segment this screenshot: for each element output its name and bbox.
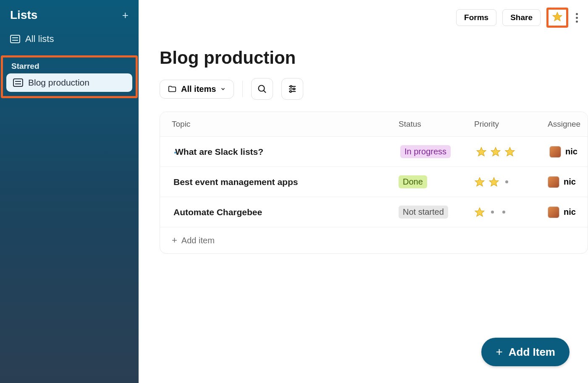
col-header-priority[interactable]: Priority (474, 120, 548, 129)
svg-line-2 (264, 91, 266, 93)
avatar (549, 146, 561, 158)
star-icon[interactable] (552, 11, 563, 24)
list-icon (10, 35, 20, 43)
avatar (548, 206, 559, 218)
cell-priority[interactable] (474, 207, 548, 218)
search-button[interactable] (251, 78, 273, 100)
page-title: Blog production (160, 48, 588, 68)
avatar (548, 176, 559, 188)
svg-marker-13 (489, 177, 499, 186)
svg-marker-14 (475, 208, 484, 216)
chevron-down-icon (220, 86, 226, 92)
table-row[interactable]: Best event management appsDonenic (160, 167, 588, 197)
sidebar: Lists + All lists Starred Blog productio… (0, 0, 139, 383)
svg-point-6 (293, 88, 295, 90)
col-header-topic[interactable]: Topic (172, 120, 399, 129)
cell-assignee[interactable]: nic (548, 206, 588, 218)
topbar: Forms Share (160, 8, 588, 28)
col-header-status[interactable]: Status (399, 120, 474, 129)
share-button[interactable]: Share (502, 9, 541, 26)
sidebar-title: Lists (10, 8, 37, 22)
items-table: Topic Status Priority Assignee What are … (160, 112, 588, 254)
fab-label: Add Item (509, 346, 555, 359)
plus-icon: + (172, 235, 177, 246)
starred-label: Starred (6, 60, 132, 72)
cell-topic[interactable]: Automate Chargebee (172, 207, 399, 217)
sliders-icon (287, 84, 297, 94)
more-options-button[interactable] (574, 11, 580, 24)
search-icon (257, 84, 267, 94)
svg-marker-10 (491, 147, 500, 156)
filter-all-items[interactable]: All items (160, 80, 234, 99)
filter-label: All items (181, 84, 216, 94)
cell-assignee[interactable]: nic (548, 176, 588, 188)
cell-assignee[interactable]: nic (549, 146, 588, 158)
add-item-fab[interactable]: + Add Item (481, 338, 570, 366)
cell-priority[interactable] (476, 146, 549, 157)
col-header-assignee[interactable]: Assignee (548, 120, 588, 129)
list-icon (13, 78, 23, 87)
starred-item-label: Blog production (28, 78, 89, 88)
svg-point-1 (259, 86, 265, 91)
starred-section-highlight: Starred Blog production (1, 55, 138, 98)
cell-topic[interactable]: Best event management apps (172, 177, 399, 187)
plus-icon: + (496, 345, 502, 359)
table-header: Topic Status Priority Assignee (160, 112, 588, 136)
main-content: Forms Share Blog production All items (139, 0, 588, 383)
all-lists-label: All lists (25, 34, 54, 44)
add-item-label: Add item (181, 236, 215, 245)
svg-marker-12 (475, 177, 484, 186)
svg-point-4 (290, 86, 292, 87)
add-item-row[interactable]: + Add item (160, 227, 588, 253)
toolbar: All items (160, 78, 588, 100)
svg-point-8 (290, 91, 291, 92)
table-row[interactable]: Automate ChargebeeNot startednic (160, 197, 588, 227)
toolbar-divider (242, 81, 243, 97)
sidebar-item-blog-production[interactable]: Blog production (6, 73, 132, 92)
cell-topic[interactable]: What are Slack lists? (173, 147, 400, 157)
cell-status[interactable]: In progress (400, 145, 476, 158)
cell-priority[interactable] (474, 177, 548, 188)
star-highlight (546, 8, 568, 28)
cell-status[interactable]: Done (399, 175, 474, 188)
sidebar-all-lists[interactable]: All lists (0, 30, 139, 48)
svg-marker-11 (505, 147, 514, 156)
sidebar-header: Lists + (0, 0, 139, 30)
folder-icon (168, 84, 177, 94)
new-list-button[interactable]: + (122, 9, 129, 22)
svg-marker-0 (553, 12, 562, 21)
forms-button[interactable]: Forms (456, 9, 496, 26)
cell-status[interactable]: Not started (399, 206, 474, 219)
svg-marker-9 (477, 147, 486, 156)
filter-button[interactable] (281, 78, 303, 100)
table-row[interactable]: What are Slack lists?In progressnic (160, 136, 588, 167)
